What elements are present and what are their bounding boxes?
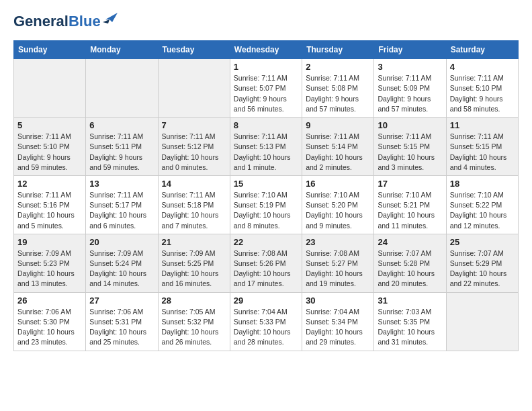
calendar-cell: 2Sunrise: 7:11 AMSunset: 5:08 PMDaylight…: [302, 59, 374, 118]
day-number: 31: [378, 295, 442, 306]
day-info: Sunrise: 7:08 AMSunset: 5:26 PMDaylight:…: [234, 248, 298, 289]
day-info: Sunrise: 7:11 AMSunset: 5:18 PMDaylight:…: [162, 190, 226, 231]
calendar-cell: 4Sunrise: 7:11 AMSunset: 5:10 PMDaylight…: [446, 59, 518, 118]
day-number: 9: [306, 120, 370, 130]
day-info: Sunrise: 7:08 AMSunset: 5:27 PMDaylight:…: [306, 248, 370, 289]
calendar-week-4: 19Sunrise: 7:09 AMSunset: 5:23 PMDayligh…: [14, 234, 519, 292]
calendar-week-3: 12Sunrise: 7:11 AMSunset: 5:16 PMDayligh…: [14, 175, 519, 234]
calendar-cell: [158, 59, 230, 118]
day-number: 27: [89, 295, 154, 306]
calendar-cell: 30Sunrise: 7:04 AMSunset: 5:34 PMDayligh…: [302, 292, 374, 351]
calendar-cell: 6Sunrise: 7:11 AMSunset: 5:11 PMDaylight…: [86, 118, 158, 176]
calendar-cell: [446, 292, 518, 351]
calendar-cell: 13Sunrise: 7:11 AMSunset: 5:17 PMDayligh…: [86, 175, 158, 234]
day-number: 6: [89, 120, 154, 130]
day-number: 5: [17, 120, 82, 130]
calendar-cell: 26Sunrise: 7:06 AMSunset: 5:30 PMDayligh…: [14, 292, 86, 351]
day-number: 13: [89, 179, 154, 189]
calendar-cell: 3Sunrise: 7:11 AMSunset: 5:09 PMDaylight…: [374, 59, 446, 118]
day-info: Sunrise: 7:11 AMSunset: 5:08 PMDaylight:…: [306, 73, 370, 114]
weekday-tuesday: Tuesday: [158, 41, 230, 59]
day-info: Sunrise: 7:09 AMSunset: 5:23 PMDaylight:…: [17, 248, 82, 289]
calendar-cell: [14, 59, 86, 118]
calendar-cell: 11Sunrise: 7:11 AMSunset: 5:15 PMDayligh…: [446, 118, 518, 176]
day-info: Sunrise: 7:11 AMSunset: 5:11 PMDaylight:…: [89, 132, 154, 173]
day-number: 16: [306, 179, 370, 189]
day-info: Sunrise: 7:11 AMSunset: 5:16 PMDaylight:…: [17, 190, 82, 231]
logo-blue: Blue: [69, 13, 101, 30]
day-info: Sunrise: 7:09 AMSunset: 5:25 PMDaylight:…: [162, 248, 226, 289]
weekday-sunday: Sunday: [14, 41, 86, 59]
page-header: GeneralBlue: [13, 13, 519, 30]
weekday-saturday: Saturday: [446, 41, 518, 59]
day-info: Sunrise: 7:10 AMSunset: 5:22 PMDaylight:…: [450, 190, 515, 231]
weekday-monday: Monday: [86, 41, 158, 59]
day-info: Sunrise: 7:11 AMSunset: 5:15 PMDaylight:…: [450, 132, 515, 173]
day-info: Sunrise: 7:05 AMSunset: 5:32 PMDaylight:…: [162, 307, 226, 348]
day-number: 23: [306, 237, 370, 247]
day-info: Sunrise: 7:07 AMSunset: 5:29 PMDaylight:…: [450, 248, 515, 289]
day-info: Sunrise: 7:10 AMSunset: 5:20 PMDaylight:…: [306, 190, 370, 231]
calendar-cell: [86, 59, 158, 118]
calendar-cell: 12Sunrise: 7:11 AMSunset: 5:16 PMDayligh…: [14, 175, 86, 234]
weekday-header-row: SundayMondayTuesdayWednesdayThursdayFrid…: [14, 41, 519, 59]
day-number: 8: [234, 120, 298, 130]
calendar-week-2: 5Sunrise: 7:11 AMSunset: 5:10 PMDaylight…: [14, 118, 519, 176]
day-info: Sunrise: 7:11 AMSunset: 5:15 PMDaylight:…: [378, 132, 442, 173]
calendar-cell: 17Sunrise: 7:10 AMSunset: 5:21 PMDayligh…: [374, 175, 446, 234]
day-number: 2: [306, 62, 370, 72]
calendar-table: SundayMondayTuesdayWednesdayThursdayFrid…: [13, 40, 519, 351]
day-number: 20: [89, 237, 154, 247]
calendar-cell: 23Sunrise: 7:08 AMSunset: 5:27 PMDayligh…: [302, 234, 374, 292]
calendar-cell: 8Sunrise: 7:11 AMSunset: 5:13 PMDaylight…: [230, 118, 302, 176]
day-number: 25: [450, 237, 515, 247]
day-info: Sunrise: 7:11 AMSunset: 5:09 PMDaylight:…: [378, 73, 442, 114]
day-info: Sunrise: 7:11 AMSunset: 5:07 PMDaylight:…: [234, 73, 298, 114]
logo-bird-icon: [103, 13, 118, 25]
calendar-week-1: 1Sunrise: 7:11 AMSunset: 5:07 PMDaylight…: [14, 59, 519, 118]
calendar-cell: 31Sunrise: 7:03 AMSunset: 5:35 PMDayligh…: [374, 292, 446, 351]
day-info: Sunrise: 7:11 AMSunset: 5:10 PMDaylight:…: [17, 132, 82, 173]
calendar-cell: 9Sunrise: 7:11 AMSunset: 5:14 PMDaylight…: [302, 118, 374, 176]
day-number: 26: [17, 295, 82, 306]
calendar-cell: 21Sunrise: 7:09 AMSunset: 5:25 PMDayligh…: [158, 234, 230, 292]
day-number: 30: [306, 295, 370, 306]
day-info: Sunrise: 7:04 AMSunset: 5:33 PMDaylight:…: [234, 307, 298, 348]
logo-general: General: [13, 13, 69, 30]
calendar-cell: 15Sunrise: 7:10 AMSunset: 5:19 PMDayligh…: [230, 175, 302, 234]
calendar-cell: 24Sunrise: 7:07 AMSunset: 5:28 PMDayligh…: [374, 234, 446, 292]
day-number: 28: [162, 295, 226, 306]
calendar-cell: 28Sunrise: 7:05 AMSunset: 5:32 PMDayligh…: [158, 292, 230, 351]
calendar-cell: 1Sunrise: 7:11 AMSunset: 5:07 PMDaylight…: [230, 59, 302, 118]
day-info: Sunrise: 7:03 AMSunset: 5:35 PMDaylight:…: [378, 307, 442, 348]
day-number: 21: [162, 237, 226, 247]
day-info: Sunrise: 7:07 AMSunset: 5:28 PMDaylight:…: [378, 248, 442, 289]
day-info: Sunrise: 7:11 AMSunset: 5:12 PMDaylight:…: [162, 132, 226, 173]
day-number: 1: [234, 62, 298, 72]
day-number: 29: [234, 295, 298, 306]
day-info: Sunrise: 7:11 AMSunset: 5:10 PMDaylight:…: [450, 73, 515, 114]
day-info: Sunrise: 7:11 AMSunset: 5:14 PMDaylight:…: [306, 132, 370, 173]
day-number: 24: [378, 237, 442, 247]
weekday-friday: Friday: [374, 41, 446, 59]
day-info: Sunrise: 7:11 AMSunset: 5:13 PMDaylight:…: [234, 132, 298, 173]
day-info: Sunrise: 7:06 AMSunset: 5:31 PMDaylight:…: [89, 307, 154, 348]
day-number: 10: [378, 120, 442, 130]
calendar-cell: 14Sunrise: 7:11 AMSunset: 5:18 PMDayligh…: [158, 175, 230, 234]
day-info: Sunrise: 7:04 AMSunset: 5:34 PMDaylight:…: [306, 307, 370, 348]
weekday-wednesday: Wednesday: [230, 41, 302, 59]
weekday-thursday: Thursday: [302, 41, 374, 59]
day-info: Sunrise: 7:09 AMSunset: 5:24 PMDaylight:…: [89, 248, 154, 289]
day-number: 4: [450, 62, 515, 72]
day-number: 7: [162, 120, 226, 130]
calendar-cell: 18Sunrise: 7:10 AMSunset: 5:22 PMDayligh…: [446, 175, 518, 234]
calendar-cell: 10Sunrise: 7:11 AMSunset: 5:15 PMDayligh…: [374, 118, 446, 176]
day-info: Sunrise: 7:11 AMSunset: 5:17 PMDaylight:…: [89, 190, 154, 231]
calendar-cell: 29Sunrise: 7:04 AMSunset: 5:33 PMDayligh…: [230, 292, 302, 351]
calendar-week-5: 26Sunrise: 7:06 AMSunset: 5:30 PMDayligh…: [14, 292, 519, 351]
calendar-cell: 19Sunrise: 7:09 AMSunset: 5:23 PMDayligh…: [14, 234, 86, 292]
svg-marker-1: [103, 19, 109, 24]
day-number: 22: [234, 237, 298, 247]
calendar-cell: 16Sunrise: 7:10 AMSunset: 5:20 PMDayligh…: [302, 175, 374, 234]
calendar-cell: 25Sunrise: 7:07 AMSunset: 5:29 PMDayligh…: [446, 234, 518, 292]
